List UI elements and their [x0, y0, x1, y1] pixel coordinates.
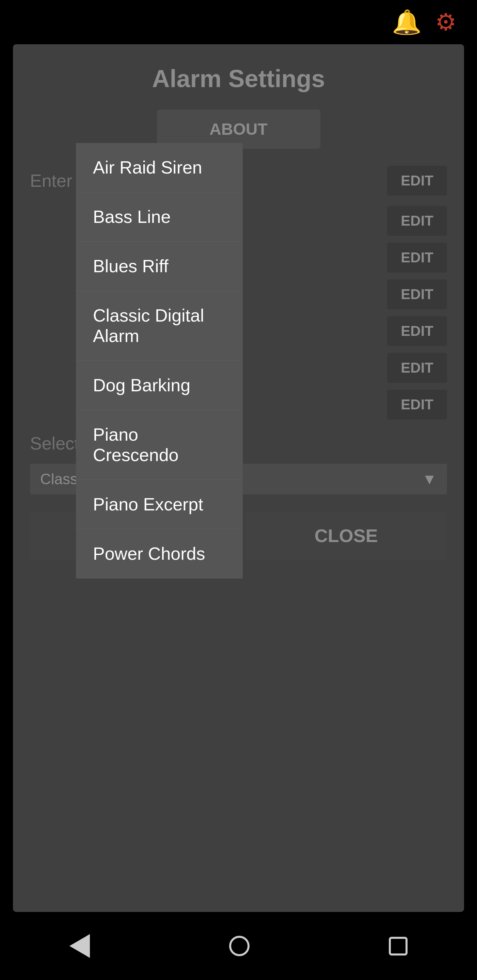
nav-recents-button[interactable] [389, 937, 408, 956]
dropdown-item-piano-crescendo[interactable]: Piano Crescendo [76, 410, 243, 480]
nav-back-button[interactable] [69, 934, 90, 958]
dropdown-menu: Air Raid Siren Bass Line Blues Riff Clas… [76, 143, 243, 579]
status-bar: 🔔 ⚙ [0, 0, 477, 44]
nav-bar [0, 912, 477, 980]
dropdown-item-dog-barking[interactable]: Dog Barking [76, 361, 243, 410]
bell-icon: 🔔 [392, 8, 421, 36]
dropdown-item-blues-riff[interactable]: Blues Riff [76, 242, 243, 291]
dropdown-item-power-chords[interactable]: Power Chords [76, 529, 243, 579]
dropdown-item-piano-excerpt[interactable]: Piano Excerpt [76, 480, 243, 529]
gear-icon[interactable]: ⚙ [435, 8, 456, 36]
nav-home-button[interactable] [229, 936, 250, 956]
dropdown-item-bass-line[interactable]: Bass Line [76, 192, 243, 242]
dropdown-item-classic-digital-alarm[interactable]: Classic Digital Alarm [76, 291, 243, 361]
app-container: Alarm Settings ABOUT Enter A Air Raid Si… [13, 44, 464, 912]
dropdown-item-air-raid-siren[interactable]: Air Raid Siren [76, 143, 243, 192]
